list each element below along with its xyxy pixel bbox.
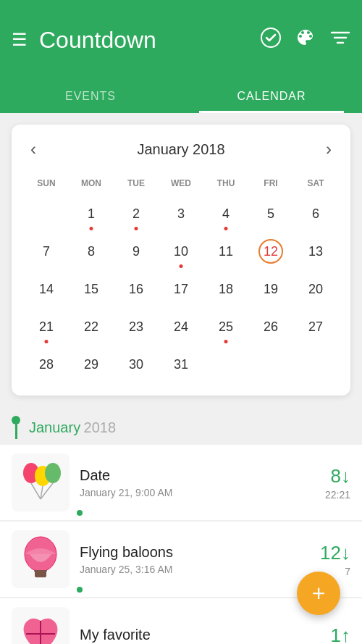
event-name: My favorite [80, 627, 307, 643]
calendar-day[interactable]: 19 [249, 271, 292, 307]
event-indicator-dot [77, 510, 83, 516]
calendar-day[interactable]: 13 [294, 233, 337, 269]
event-info: Flying baloonsJanuary 25, 3:16 AM [80, 544, 307, 575]
next-month-button[interactable]: › [319, 136, 339, 162]
app-title: Countdown [39, 27, 261, 54]
svg-point-0 [261, 28, 280, 47]
calendar-day[interactable]: 14 [25, 271, 68, 307]
event-list-item[interactable]: DateJanuary 21, 9:00 AM8↓22:21 [0, 445, 362, 520]
calendar-day[interactable]: 2 [114, 196, 158, 232]
calendar-day[interactable]: 21 [25, 309, 68, 345]
calendar-day[interactable]: 5 [249, 196, 292, 232]
event-info: My favorite [80, 627, 307, 645]
calendar-day[interactable]: 24 [159, 309, 203, 345]
weekday-header: MON [70, 175, 113, 194]
event-days-count: 12↓ [307, 542, 350, 564]
event-days-count: 8↓ [307, 465, 350, 488]
svg-rect-12 [35, 570, 46, 577]
tab-bar: EVENTS CALENDAR [0, 80, 362, 113]
event-countdown: 8↓22:21 [307, 465, 350, 501]
calendar-day [294, 346, 337, 382]
calendar-day[interactable]: 7 [25, 233, 68, 269]
check-icon[interactable] [261, 28, 281, 52]
sort-icon[interactable] [330, 30, 350, 50]
calendar-day[interactable]: 9 [114, 233, 158, 269]
event-date: January 25, 3:16 AM [80, 564, 307, 575]
calendar-title: January 2018 [137, 141, 224, 158]
prev-month-button[interactable]: ‹ [23, 136, 43, 162]
calendar-day [25, 196, 68, 232]
event-date: January 21, 9:00 AM [80, 487, 307, 498]
calendar-day[interactable]: 23 [114, 309, 158, 345]
calendar-header: ‹ January 2018 › [23, 136, 339, 162]
add-event-button[interactable]: + [297, 572, 340, 615]
event-indicator-dot [77, 587, 83, 593]
calendar-day[interactable]: 28 [25, 346, 68, 382]
calendar-grid: SUNMONTUEWEDTHUFRISAT 123456789101112131… [23, 174, 339, 384]
calendar-day[interactable]: 12 [249, 233, 292, 269]
tab-calendar[interactable]: CALENDAR [181, 80, 362, 113]
event-thumbnail [12, 453, 70, 511]
section-month: January 2018 [29, 419, 116, 436]
timeline-indicator [12, 416, 20, 439]
calendar-day[interactable]: 4 [204, 196, 248, 232]
event-name: Date [80, 467, 307, 484]
calendar-day[interactable]: 31 [159, 346, 203, 382]
calendar-day[interactable]: 25 [204, 309, 248, 345]
event-time: 22:21 [307, 489, 350, 501]
calendar-day [249, 346, 292, 382]
calendar-day [204, 346, 248, 382]
menu-icon[interactable]: ☰ [12, 30, 28, 50]
calendar-day[interactable]: 16 [114, 271, 158, 307]
calendar-day[interactable]: 26 [249, 309, 292, 345]
section-label: January 2018 [0, 407, 362, 445]
calendar-day[interactable]: 17 [159, 271, 203, 307]
calendar-card: ‹ January 2018 › SUNMONTUEWEDTHUFRISAT 1… [12, 125, 350, 396]
calendar-day[interactable]: 18 [204, 271, 248, 307]
event-name: Flying baloons [80, 544, 307, 561]
weekday-header: FRI [249, 175, 292, 194]
palette-icon[interactable] [295, 28, 316, 52]
calendar-day[interactable]: 30 [114, 346, 158, 382]
tab-events[interactable]: EVENTS [0, 80, 181, 113]
calendar-day[interactable]: 20 [294, 271, 337, 307]
event-thumbnail [12, 530, 70, 588]
calendar-day[interactable]: 27 [294, 309, 337, 345]
weekday-header: SUN [25, 175, 68, 194]
calendar-day[interactable]: 11 [204, 233, 248, 269]
event-thumbnail [12, 607, 70, 644]
weekday-header: THU [204, 175, 248, 194]
event-days-count: 1↑ [307, 624, 350, 645]
calendar-day[interactable]: 29 [70, 346, 113, 382]
calendar-day[interactable]: 3 [159, 196, 203, 232]
calendar-day[interactable]: 10 [159, 233, 203, 269]
svg-point-6 [45, 463, 61, 483]
calendar-day[interactable]: 15 [70, 271, 113, 307]
header-actions [261, 28, 350, 52]
weekday-header: WED [159, 175, 203, 194]
calendar-day[interactable]: 8 [70, 233, 113, 269]
weekday-header: SAT [294, 175, 337, 194]
calendar-day[interactable]: 1 [70, 196, 113, 232]
calendar-day[interactable]: 6 [294, 196, 337, 232]
app-header: ☰ Countdown [0, 0, 362, 80]
event-info: DateJanuary 21, 9:00 AM [80, 467, 307, 498]
calendar-day[interactable]: 22 [70, 309, 113, 345]
svg-line-7 [31, 483, 41, 499]
weekday-header: TUE [114, 175, 158, 194]
event-list: DateJanuary 21, 9:00 AM8↓22:21 Flying ba… [0, 445, 362, 644]
event-countdown: 1↑ [307, 624, 350, 645]
